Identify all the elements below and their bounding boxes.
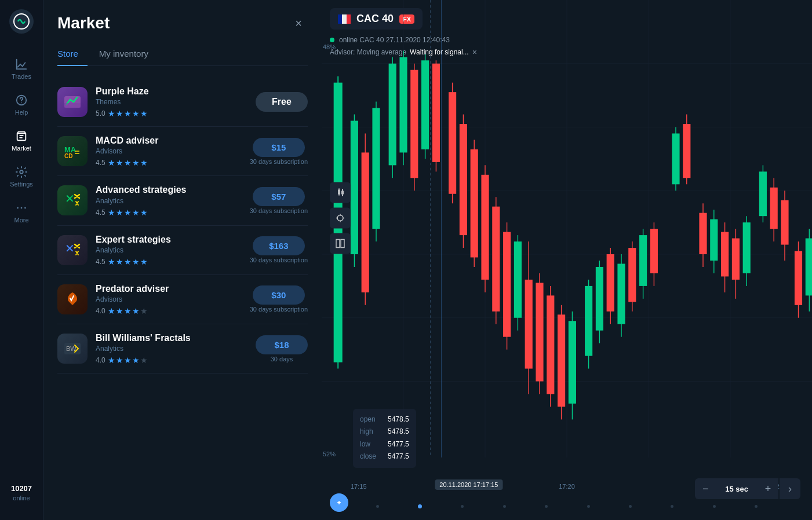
svg-point-4 (17, 207, 19, 209)
item-name-expert-strategies: Expert strategies (96, 234, 242, 245)
price-wrapper-predator: $30 30 days subscription (250, 285, 308, 313)
time-arrow-button[interactable]: › (780, 478, 800, 499)
item-icon-bill-williams: BW (57, 334, 88, 364)
svg-rect-70 (558, 314, 565, 407)
item-category-macd: Advisors (96, 147, 242, 155)
price-wrapper-expert-strategies: $163 30 days subscription (250, 236, 308, 263)
app-logo[interactable] (9, 9, 34, 34)
subscription-label-macd: 30 days subscription (250, 158, 308, 165)
svg-text:✕: ✕ (65, 192, 75, 205)
scroll-dot-3 (461, 505, 464, 508)
sidebar-item-market[interactable]: Market (0, 123, 43, 159)
svg-rect-45 (421, 60, 429, 149)
item-rating-expert-strategies: 4.5 ★★★★★ (96, 257, 242, 266)
market-item-expert-strategies: ✕ Expert strategies Analytics 4.5 ★★★★★ … (57, 226, 308, 275)
item-rating-predator: 4.0 ★★★★★ (96, 306, 242, 316)
expand-button[interactable] (330, 493, 348, 512)
market-header: Market × (57, 14, 308, 32)
svg-rect-35 (362, 152, 369, 292)
item-rating-bill-williams: 4.0 ★★★★★ (96, 356, 247, 365)
svg-rect-123 (341, 240, 344, 248)
svg-rect-64 (525, 280, 533, 369)
price-button-bill-williams[interactable]: $18 (256, 335, 308, 354)
item-icon-predator (57, 284, 88, 314)
svg-rect-52 (460, 124, 467, 235)
ohlc-low-label: low (360, 438, 383, 451)
item-icon-macd: MA CD (57, 136, 88, 166)
svg-rect-84 (639, 235, 647, 286)
nav-label-trades: Trades (12, 73, 31, 80)
svg-rect-88 (672, 133, 679, 184)
svg-point-3 (20, 170, 23, 174)
scroll-dot-5 (545, 505, 548, 508)
sidebar-item-trades[interactable]: Trades (0, 51, 43, 87)
svg-rect-114 (341, 191, 344, 195)
svg-rect-122 (336, 240, 340, 248)
time-plus-button[interactable]: + (758, 478, 778, 499)
svg-rect-76 (596, 267, 603, 331)
time-minus-button[interactable]: − (695, 478, 716, 499)
market-item-purple-haze: Purple Haze Themes 5.0 ★★★★★ Free (57, 78, 308, 127)
item-icon-advanced-strategies: ✕ (57, 185, 88, 215)
item-rating-macd: 4.5 ★★★★★ (96, 158, 242, 167)
price-button-advanced-strategies[interactable]: $57 (253, 187, 305, 206)
svg-rect-100 (743, 222, 751, 273)
close-button[interactable]: × (289, 14, 308, 32)
svg-point-6 (24, 207, 26, 209)
stars-bill-williams: ★★★★★ (108, 356, 148, 365)
sidebar-item-help[interactable]: Help (0, 87, 43, 123)
stars-predator: ★★★★★ (108, 306, 148, 316)
svg-rect-72 (569, 321, 576, 404)
subscription-label-advanced-strategies: 30 days subscription (250, 207, 308, 214)
candlestick-toolbar-btn[interactable] (330, 182, 351, 203)
svg-rect-82 (628, 248, 636, 302)
ohlc-close-value: 5477.5 (388, 451, 409, 463)
sidebar-item-settings[interactable]: Settings (0, 159, 43, 195)
split-toolbar-btn[interactable] (330, 233, 351, 254)
svg-rect-8 (64, 103, 81, 108)
item-info-macd: MACD adviser Advisors 4.5 ★★★★★ (96, 135, 242, 167)
price-button-predator[interactable]: $30 (253, 285, 305, 305)
scroll-dot-10 (755, 505, 758, 508)
tab-store[interactable]: Store (57, 44, 88, 65)
stars-macd: ★★★★★ (108, 158, 148, 167)
market-panel: Market × Store My inventory Purple Haze … (43, 0, 322, 520)
market-item-advanced-strategies: ✕ Advanced strategies Analytics 4.5 ★★★★… (57, 176, 308, 225)
svg-rect-78 (607, 254, 614, 312)
subscription-label-expert-strategies: 30 days subscription (250, 257, 308, 263)
y-pct-bottom: 52% (323, 451, 336, 457)
svg-rect-104 (770, 188, 778, 229)
crosshair-toolbar-btn[interactable] (330, 208, 351, 229)
item-info-predator: Predator adviser Advisors 4.0 ★★★★★ (96, 283, 242, 316)
time-controls: − 15 sec + › (695, 478, 800, 499)
svg-rect-54 (471, 149, 478, 258)
sidebar-item-more[interactable]: More (0, 195, 43, 230)
svg-text:CD: CD (64, 153, 72, 159)
price-button-expert-strategies[interactable]: $163 (253, 236, 305, 255)
stars-purple-haze: ★★★★★ (108, 109, 148, 118)
item-name-advanced-strategies: Advanced strategies (96, 184, 242, 195)
ohlc-tooltip: open 5478.5 high 5478.5 low 5477.5 close… (353, 409, 416, 468)
time-value-display: 15 sec (716, 478, 758, 499)
ohlc-open-value: 5478.5 (388, 413, 409, 426)
price-button-macd[interactable]: $15 (253, 138, 305, 157)
ohlc-close-label: close (360, 451, 383, 463)
svg-rect-37 (372, 108, 380, 229)
scroll-dot-6 (587, 505, 590, 508)
svg-rect-39 (389, 64, 396, 166)
svg-rect-47 (432, 64, 440, 162)
price-button-purple-haze[interactable]: Free (256, 92, 308, 112)
svg-rect-96 (721, 232, 729, 277)
price-wrapper-macd: $15 30 days subscription (250, 138, 308, 165)
item-name-purple-haze: Purple Haze (96, 86, 247, 97)
item-category-advanced-strategies: Analytics (96, 197, 242, 205)
online-label: online (13, 495, 30, 501)
svg-point-2 (21, 102, 22, 103)
sidebar-bottom: 10207 online (11, 475, 32, 511)
item-name-bill-williams: Bill Williams' Fractals (96, 332, 247, 343)
svg-rect-41 (399, 57, 407, 153)
tab-inventory[interactable]: My inventory (99, 44, 158, 65)
svg-point-5 (21, 207, 23, 209)
svg-rect-62 (514, 241, 522, 318)
svg-rect-58 (492, 207, 500, 312)
